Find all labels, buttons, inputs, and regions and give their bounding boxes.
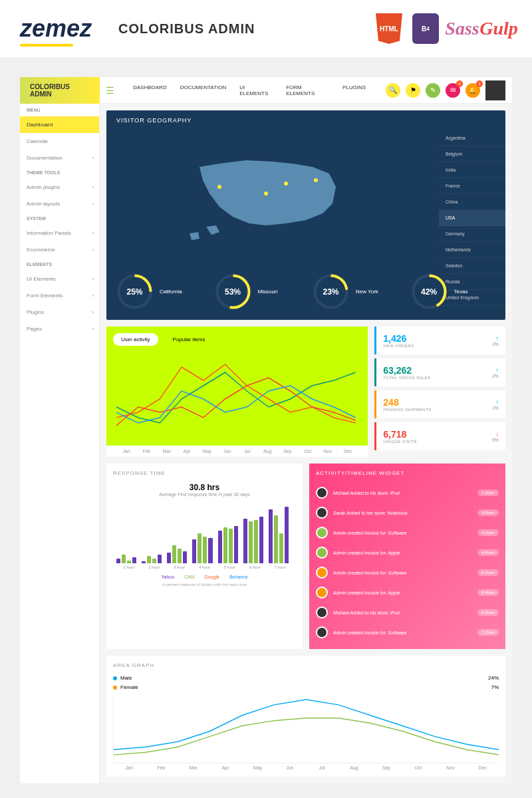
bar bbox=[192, 539, 196, 563]
main-content: VISITOR GEOGRAPHY ArgentinaBelgiumIndiaF… bbox=[100, 104, 512, 783]
dashboard-app: COLORIBUS ADMIN ☰ DASHBOARDDOCUMENTATION… bbox=[20, 77, 512, 783]
country-china[interactable]: China bbox=[439, 194, 505, 210]
chevron-right-icon: › bbox=[92, 310, 94, 315]
sidebar-item-dashboard[interactable]: Dashboard bbox=[20, 116, 99, 133]
bar bbox=[285, 507, 289, 564]
kpi-column: 1,426NEW ORDERS↑3%63,262TOTAL GROSS SALE… bbox=[374, 327, 505, 457]
area-panel: AREA GRAPH Male24%Female7% JanFebMarAprM… bbox=[106, 656, 505, 777]
area-legend-item: Male24% bbox=[113, 675, 499, 681]
timeline-text: Michael Added to his store: iPod bbox=[333, 610, 472, 615]
arrow-up-icon: ↑ bbox=[492, 366, 499, 374]
kpi-card[interactable]: 1,426NEW ORDERS↑3% bbox=[374, 327, 505, 354]
bar bbox=[223, 527, 227, 563]
sass-icon: Sass bbox=[449, 13, 475, 44]
kpi-pct: 6% bbox=[492, 438, 499, 442]
chevron-right-icon: › bbox=[92, 156, 94, 160]
sidebar-item-calendar[interactable]: Calendar bbox=[20, 133, 99, 150]
kpi-value: 63,262 bbox=[383, 365, 430, 376]
bar bbox=[127, 561, 131, 564]
sidebar-item-admin-plugins[interactable]: Admin plugins› bbox=[20, 179, 99, 196]
kpi-card[interactable]: 63,262TOTAL GROSS SALES↑2% bbox=[374, 358, 505, 386]
bar bbox=[152, 559, 156, 563]
nav-ui-elements[interactable]: UI ELEMENTS bbox=[239, 84, 273, 96]
chevron-right-icon: › bbox=[92, 185, 94, 190]
timeline-item: Admin created invoice for: Software7:15a… bbox=[316, 622, 499, 642]
sidebar-item-label: Calendar bbox=[27, 138, 48, 144]
flag-icon[interactable]: ⚑ bbox=[406, 83, 420, 98]
sidebar-item-plugins[interactable]: Plugins› bbox=[20, 304, 99, 321]
stat-texas: 42%Texas bbox=[411, 273, 496, 310]
banner-title: COLORIBUS ADMIN bbox=[118, 21, 255, 37]
zemez-logo: zemez bbox=[20, 15, 92, 43]
search-icon[interactable]: 🔍 bbox=[386, 83, 400, 98]
activity-tabs: User activity Popular items bbox=[106, 327, 368, 352]
country-germany[interactable]: Germany bbox=[439, 226, 505, 242]
kpi-pct: 1% bbox=[492, 406, 499, 410]
app-brand[interactable]: COLORIBUS ADMIN bbox=[20, 77, 100, 104]
timeline-icon bbox=[316, 507, 328, 519]
country-usa[interactable]: USA bbox=[439, 210, 505, 226]
avatar[interactable] bbox=[485, 80, 505, 100]
bar bbox=[178, 549, 182, 564]
sidebar-item-label: Plugins bbox=[27, 309, 44, 315]
usa-map[interactable] bbox=[106, 130, 439, 263]
tab-popular-items[interactable]: Popular items bbox=[165, 333, 213, 346]
country-india[interactable]: India bbox=[439, 162, 505, 178]
kpi-card[interactable]: 6,718UNIQUE VISITS↓6% bbox=[374, 422, 505, 450]
bar bbox=[229, 529, 233, 563]
arrow-down-icon: ↓ bbox=[492, 430, 499, 438]
sidebar-item-documentation[interactable]: Documentation› bbox=[20, 150, 99, 166]
nav-form-elements[interactable]: FORM ELEMENTS bbox=[286, 84, 329, 96]
nav-dashboard[interactable]: DASHBOARD bbox=[133, 84, 167, 96]
bootstrap-icon: B4 bbox=[412, 13, 439, 44]
country-argentina[interactable]: Argentina bbox=[439, 130, 505, 146]
timeline-time: 1:25am bbox=[477, 489, 499, 496]
sidebar-item-label: Pages bbox=[27, 326, 42, 332]
menu-toggle-icon[interactable]: ☰ bbox=[100, 77, 120, 104]
chevron-right-icon: › bbox=[92, 327, 94, 331]
response-panel: RESPONSE TIME 30.8 hrs Average First res… bbox=[106, 464, 303, 649]
bar bbox=[158, 555, 162, 564]
kpi-value: 248 bbox=[383, 397, 432, 408]
bar bbox=[279, 533, 283, 563]
stat-missouri: 53%Missouri bbox=[215, 273, 300, 310]
activity-xaxis: JanFebMarAprMayJunJulAugSepOctNovDec bbox=[106, 446, 368, 457]
sidebar-item-ui-elements[interactable]: UI Elements› bbox=[20, 271, 99, 287]
tab-user-activity[interactable]: User activity bbox=[113, 333, 158, 346]
area-legend: Male24%Female7% bbox=[113, 675, 499, 690]
chevron-right-icon: › bbox=[92, 293, 94, 298]
kpi-card[interactable]: 248PENDING SHIPMENTS↑1% bbox=[374, 390, 505, 418]
kpi-pct: 3% bbox=[492, 342, 499, 346]
timeline-time: 5:15am bbox=[477, 569, 499, 576]
timeline-text: Admin created invoice for: Apple bbox=[333, 551, 472, 555]
bar bbox=[269, 509, 273, 563]
country-france[interactable]: France bbox=[439, 178, 505, 194]
edit-icon[interactable]: ✎ bbox=[426, 83, 440, 98]
timeline-title: ACTIVITY/TIMELINE WIDGET bbox=[316, 470, 499, 476]
kpi-label: NEW ORDERS bbox=[383, 344, 414, 348]
bell-icon[interactable]: 🔔3 bbox=[466, 83, 480, 98]
bar bbox=[274, 515, 278, 563]
mail-icon[interactable]: ✉9 bbox=[446, 83, 460, 98]
bar bbox=[132, 557, 136, 563]
response-value: 30.8 hrs bbox=[113, 483, 296, 492]
bar bbox=[198, 533, 201, 563]
chevron-right-icon: › bbox=[92, 231, 94, 235]
country-netherlands[interactable]: Netherlands bbox=[439, 242, 505, 258]
sidebar-item-label: UI Elements bbox=[27, 276, 56, 282]
sidebar-item-label: Form Elements bbox=[27, 293, 63, 299]
sidebar-item-information-panels[interactable]: Information Panels› bbox=[20, 225, 99, 241]
sidebar-item-ecommerce[interactable]: Ecommerce› bbox=[20, 241, 99, 258]
timeline-item: Michael Added to his store: iPod1:25am bbox=[316, 483, 499, 503]
nav-plugins[interactable]: PLUGINS bbox=[342, 84, 366, 96]
bar bbox=[172, 545, 176, 563]
sidebar-item-admin-layouts[interactable]: Admin layouts› bbox=[20, 196, 99, 212]
svg-point-1 bbox=[264, 192, 268, 196]
nav-documentation[interactable]: DOCUMENTATION bbox=[180, 84, 226, 96]
chevron-right-icon: › bbox=[92, 201, 94, 206]
country-belgium[interactable]: Belgium bbox=[439, 146, 505, 162]
sidebar-item-pages[interactable]: Pages› bbox=[20, 321, 99, 337]
sidebar-item-form-elements[interactable]: Form Elements› bbox=[20, 287, 99, 304]
country-sweden[interactable]: Sweden bbox=[439, 258, 505, 274]
kpi-pct: 2% bbox=[492, 374, 499, 378]
